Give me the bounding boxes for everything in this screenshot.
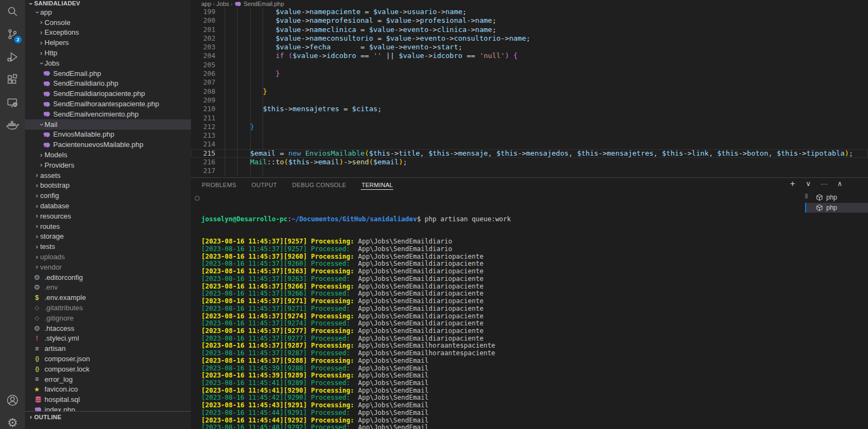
activity-run-debug-button[interactable] bbox=[0, 46, 25, 68]
php-file-icon bbox=[42, 69, 51, 77]
activity-extensions-button[interactable] bbox=[0, 68, 25, 91]
panel-tab-output[interactable]: OUTPUT bbox=[251, 180, 278, 189]
panel-tab-debug-console[interactable]: DEBUG CONSOLE bbox=[292, 180, 347, 189]
file-item-composer.json[interactable]: {}composer.json bbox=[25, 354, 191, 364]
more-actions-icon[interactable]: ··· bbox=[820, 180, 828, 188]
folder-item-resources[interactable]: ›resources bbox=[25, 211, 191, 221]
terminal-log-line: [2023-08-16 11:45:42][9290] Processed: A… bbox=[201, 394, 805, 402]
item-label: storage bbox=[40, 232, 63, 240]
file-item-.gitattributes[interactable]: ◇.gitattributes bbox=[25, 303, 191, 313]
terminal-log-line: [2023-08-16 11:45:37][9266] Processing: … bbox=[201, 283, 805, 291]
terminal-log-line: [2023-08-16 11:45:41][9289] Processed: A… bbox=[201, 380, 805, 387]
activity-docker-button[interactable] bbox=[0, 114, 25, 137]
folder-item-helpers[interactable]: ›Helpers bbox=[25, 37, 191, 48]
terminal-log-line: [2023-08-16 11:45:37][9274] Processed: A… bbox=[201, 320, 805, 328]
folder-item-app[interactable]: ›app bbox=[25, 7, 191, 17]
panel-tab-terminal[interactable]: TERMINAL bbox=[361, 180, 393, 189]
file-item-.env.example[interactable]: $.env.example bbox=[25, 292, 191, 303]
file-item-favicon.ico[interactable]: ★favicon.ico bbox=[25, 384, 191, 394]
file-item-.styleci.yml[interactable]: !.styleci.yml bbox=[25, 334, 191, 344]
activity-remote-explorer-button[interactable] bbox=[0, 91, 25, 114]
terminal-log-line: [2023-08-16 11:45:39][9289] Processing: … bbox=[201, 372, 805, 380]
item-label: Models bbox=[44, 151, 67, 159]
terminal-log-line: [2023-08-16 11:45:37][9271] Processed: A… bbox=[201, 305, 805, 313]
activity-source-control-button[interactable]: 2 bbox=[0, 23, 25, 46]
folder-item-storage[interactable]: ›storage bbox=[25, 232, 191, 242]
maximize-panel-icon[interactable]: ∧ bbox=[835, 180, 844, 188]
file-item-hospital.sql[interactable]: hospital.sql bbox=[25, 394, 191, 405]
terminal-log-line: [2023-08-16 11:45:41][9290] Processing: … bbox=[201, 387, 805, 395]
file-item-artisan[interactable]: ≡artisan bbox=[25, 343, 191, 354]
file-item-index.php[interactable]: index.php bbox=[25, 405, 191, 411]
item-label: favicon.ico bbox=[44, 385, 78, 393]
file-item-composer.lock[interactable]: {}composer.lock bbox=[25, 364, 191, 374]
terminal-log-line: [2023-08-16 11:45:37][9260] Processed: A… bbox=[201, 260, 805, 268]
activity-settings-button[interactable]: ⚙ bbox=[0, 412, 25, 429]
folder-item-mail[interactable]: ›Mail bbox=[25, 119, 191, 130]
file-item-.editorconfig[interactable]: ⚙.editorconfig bbox=[25, 272, 191, 283]
folder-item-providers[interactable]: ›Providers bbox=[25, 160, 191, 170]
terminal-instance-php[interactable]: php bbox=[805, 193, 868, 203]
dollar-file-icon: $ bbox=[34, 294, 42, 302]
folder-item-uploads[interactable]: ›uploads bbox=[25, 252, 191, 262]
terminal-instance-php[interactable]: php bbox=[805, 203, 868, 213]
line-number: 207 bbox=[191, 78, 215, 87]
item-label: .styleci.yml bbox=[44, 334, 79, 342]
breadcrumb-item[interactable]: SendEmail.php bbox=[244, 1, 284, 7]
file-item-pacientenuevosmailable.php[interactable]: PacientenuevosMailable.php bbox=[25, 139, 191, 150]
file-item-error_log[interactable]: ≡error_log bbox=[25, 374, 191, 385]
folder-item-assets[interactable]: ›assets bbox=[25, 170, 191, 181]
chevron-right-icon: › bbox=[34, 212, 40, 220]
file-item-sendemaildiario.php[interactable]: SendEmaildiario.php bbox=[25, 79, 191, 89]
file-item-.htaccess[interactable]: ⚙.htaccess bbox=[25, 323, 191, 334]
file-item-sendemail.php[interactable]: SendEmail.php bbox=[25, 68, 191, 79]
activity-search-button[interactable] bbox=[0, 0, 25, 23]
item-label: SendEmailvencimiento.php bbox=[53, 110, 139, 118]
code-line-204: 204 if ($value->idcobro == '' || $value-… bbox=[191, 52, 868, 60]
file-item-.gitignore[interactable]: ◇.gitignore bbox=[25, 313, 191, 323]
terminal-log-lines: [2023-08-16 11:45:37][9257] Processing: … bbox=[201, 238, 805, 429]
breadcrumb[interactable]: app›Jobs›SendEmail.php bbox=[191, 0, 868, 8]
panel-tab-problems[interactable]: PROBLEMS bbox=[201, 180, 237, 189]
file-item-sendemailvencimiento.php[interactable]: SendEmailvencimiento.php bbox=[25, 109, 191, 119]
folder-item-routes[interactable]: ›routes bbox=[25, 221, 191, 232]
item-label: Mail bbox=[44, 120, 58, 129]
prompt-user: josselyn@Desarrollo-pc bbox=[201, 215, 288, 223]
file-item-sendemaildiariopaciente.php[interactable]: SendEmaildiariopaciente.php bbox=[25, 88, 191, 99]
launch-profile-dropdown-icon[interactable]: ∨ bbox=[804, 180, 813, 188]
folder-item-http[interactable]: ›Http bbox=[25, 48, 191, 58]
folder-item-bootstrap[interactable]: ›bootstrap bbox=[25, 181, 191, 191]
folder-item-database[interactable]: ›database bbox=[25, 201, 191, 211]
item-label: tests bbox=[40, 242, 55, 251]
activity-account-button[interactable] bbox=[0, 389, 25, 412]
prompt-path: ~/Documentos/GitHub/sanidaliadev bbox=[291, 215, 417, 223]
file-item-.env[interactable]: ⚙.env bbox=[25, 283, 191, 293]
breadcrumb-item[interactable]: app bbox=[201, 1, 211, 7]
item-label: Providers bbox=[44, 161, 74, 169]
folder-item-tests[interactable]: ›tests bbox=[25, 241, 191, 252]
folder-item-vendor[interactable]: ›vendor bbox=[25, 262, 191, 272]
file-item-enviosmailable.php[interactable]: EnviosMailable.php bbox=[25, 130, 191, 140]
chevron-right-icon: › bbox=[34, 182, 40, 189]
code-line-202: 202 $value->nameconsultorio = $value->ev… bbox=[191, 34, 868, 43]
account-icon bbox=[5, 393, 20, 407]
new-terminal-icon[interactable]: + bbox=[788, 180, 797, 188]
item-label: artisan bbox=[44, 344, 66, 353]
breadcrumb-item[interactable]: Jobs bbox=[216, 1, 229, 7]
explorer-root-header[interactable]: › SANIDALIADEV bbox=[25, 0, 191, 7]
folder-item-console[interactable]: ›Console bbox=[25, 17, 191, 28]
code-area[interactable]: 199 $value->namepaciente = $value->usuar… bbox=[191, 8, 868, 177]
folder-item-models[interactable]: ›Models bbox=[25, 150, 191, 160]
terminal-log-line: [2023-08-16 11:45:37][9260] Processing: … bbox=[201, 253, 805, 261]
folder-item-exceptions[interactable]: ›Exceptions bbox=[25, 28, 191, 38]
file-item-sendemailhoraantespaciente.php[interactable]: SendEmailhoraantespaciente.php bbox=[25, 99, 191, 109]
outline-section-header[interactable]: › OUTLINE bbox=[25, 411, 191, 422]
terminal-output[interactable]: josselyn@Desarrollo-pc:~/Documentos/GitH… bbox=[191, 192, 805, 429]
folder-item-config[interactable]: ›config bbox=[25, 190, 191, 201]
braces-file-icon: {} bbox=[34, 355, 42, 362]
item-label: .gitattributes bbox=[44, 304, 83, 312]
php-file-icon bbox=[42, 110, 51, 118]
php-file-icon bbox=[42, 90, 51, 98]
explorer-tree: ›app›Console›Exceptions›Helpers›Http›Job… bbox=[25, 7, 191, 411]
folder-item-jobs[interactable]: ›Jobs bbox=[25, 58, 191, 68]
